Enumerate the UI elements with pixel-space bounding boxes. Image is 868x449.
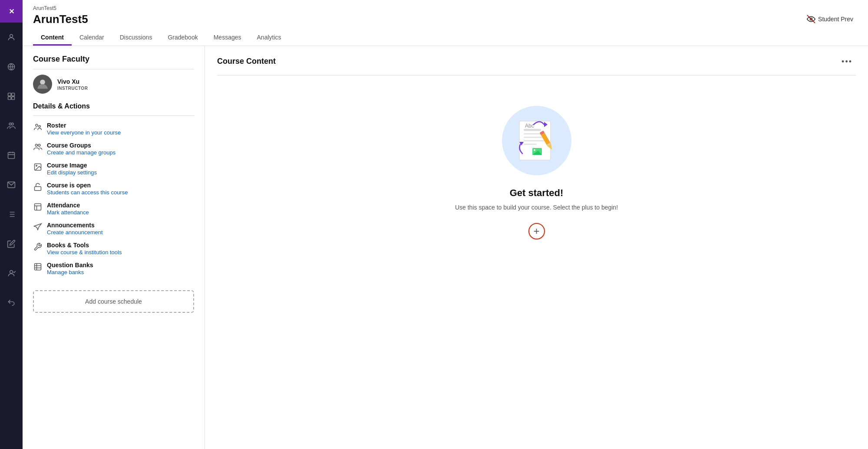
content-header: Course Content •••	[217, 55, 856, 68]
svg-point-16	[38, 144, 40, 146]
attendance-link[interactable]: Mark attendance	[47, 209, 89, 216]
grid-icon[interactable]	[3, 88, 19, 104]
tab-content[interactable]: Content	[33, 30, 72, 46]
action-attendance: Attendance Mark attendance	[33, 202, 194, 216]
empty-state-description: Use this space to build your course. Sel…	[455, 204, 618, 211]
question-banks-title: Question Banks	[47, 262, 93, 269]
globe-icon[interactable]	[3, 59, 19, 75]
svg-rect-23	[524, 129, 541, 131]
details-section-title: Details & Actions	[33, 102, 194, 110]
question-banks-icon	[33, 262, 43, 272]
course-image-text: Course Image Edit display settings	[47, 162, 97, 176]
attendance-text: Attendance Mark attendance	[47, 202, 89, 216]
student-preview-button[interactable]: Student Prev	[802, 12, 858, 26]
svg-rect-25	[524, 137, 543, 138]
action-question-banks: Question Banks Manage banks	[33, 262, 194, 275]
books-tools-title: Books & Tools	[47, 242, 122, 249]
action-roster: Roster View everyone in your course	[33, 122, 194, 136]
roster-text: Roster View everyone in your course	[47, 122, 121, 136]
action-books-tools: Books & Tools View course & institution …	[33, 242, 194, 256]
content-title: Course Content	[217, 57, 276, 66]
course-image-icon	[33, 162, 43, 172]
calendar-icon[interactable]	[3, 147, 19, 163]
svg-rect-21	[35, 264, 41, 270]
action-announcements: Announcements Create announcement	[33, 222, 194, 236]
return-icon[interactable]	[3, 295, 19, 311]
course-groups-icon	[33, 142, 43, 152]
faculty-info: Vivo Xu INSTRUCTOR	[57, 78, 88, 91]
tab-messages[interactable]: Messages	[206, 30, 249, 46]
svg-rect-27	[524, 144, 537, 145]
close-nav-button[interactable]: ✕	[0, 0, 23, 23]
roster-icon	[33, 122, 43, 132]
more-options-button[interactable]: •••	[838, 55, 856, 68]
tab-calendar[interactable]: Calendar	[72, 30, 112, 46]
course-title: ArunTest5	[33, 13, 88, 26]
person-icon[interactable]	[3, 265, 19, 281]
svg-rect-5	[12, 97, 15, 100]
body-split: Course Faculty Vivo Xu INSTRUCTOR Detail…	[23, 46, 868, 449]
action-course-groups: Course Groups Create and manage groups	[33, 142, 194, 156]
roster-link[interactable]: View everyone in your course	[47, 129, 121, 136]
course-groups-title: Course Groups	[47, 142, 116, 149]
svg-rect-3	[12, 93, 15, 96]
svg-rect-8	[8, 152, 15, 158]
student-preview-label: Student Prev	[818, 16, 853, 23]
announcements-link[interactable]: Create announcement	[47, 229, 103, 236]
avatar	[33, 75, 52, 94]
list-icon[interactable]	[3, 206, 19, 222]
books-tools-text: Books & Tools View course & institution …	[47, 242, 122, 256]
user-icon[interactable]	[3, 29, 19, 45]
course-open-text: Course is open Students can access this …	[47, 182, 128, 196]
add-course-schedule-button[interactable]: Add course schedule	[33, 290, 194, 313]
svg-point-7	[11, 123, 13, 125]
svg-text:Abc: Abc	[525, 123, 534, 129]
add-content-button[interactable]: +	[528, 223, 545, 239]
question-banks-link[interactable]: Manage banks	[47, 269, 93, 275]
left-navigation: ✕	[0, 0, 23, 449]
empty-state-heading: Get started!	[510, 187, 563, 199]
right-panel: Course Content •••	[205, 46, 868, 449]
course-groups-text: Course Groups Create and manage groups	[47, 142, 116, 156]
mail-icon[interactable]	[3, 177, 19, 193]
books-tools-icon	[33, 242, 43, 252]
left-panel: Course Faculty Vivo Xu INSTRUCTOR Detail…	[23, 46, 205, 449]
svg-point-12	[40, 80, 45, 85]
course-open-title: Course is open	[47, 182, 128, 189]
course-image-link[interactable]: Edit display settings	[47, 169, 97, 176]
course-open-link[interactable]: Students can access this course	[47, 189, 128, 196]
action-course-open: Course is open Students can access this …	[33, 182, 194, 196]
course-image-title: Course Image	[47, 162, 97, 169]
svg-rect-20	[35, 204, 41, 210]
tab-discussions[interactable]: Discussions	[112, 30, 160, 46]
course-groups-link[interactable]: Create and manage groups	[47, 149, 116, 156]
tab-gradebook[interactable]: Gradebook	[160, 30, 205, 46]
course-illustration: Abc	[502, 106, 571, 175]
details-section: Details & Actions Roster View everyone i…	[33, 102, 194, 275]
action-course-image: Course Image Edit display settings	[33, 162, 194, 176]
header-right: Student Prev	[802, 12, 858, 30]
question-banks-text: Question Banks Manage banks	[47, 262, 93, 275]
add-content-icon: +	[533, 226, 539, 236]
svg-point-36	[534, 149, 535, 151]
preview-icon	[807, 15, 815, 23]
tab-analytics[interactable]: Analytics	[249, 30, 289, 46]
books-tools-link[interactable]: View course & institution tools	[47, 249, 122, 256]
announcements-text: Announcements Create announcement	[47, 222, 103, 236]
svg-rect-26	[524, 140, 545, 141]
details-divider	[33, 115, 194, 116]
svg-rect-2	[8, 93, 11, 96]
edit-icon[interactable]	[3, 236, 19, 252]
faculty-name: Vivo Xu	[57, 78, 88, 85]
main-area: ArunTest5 ArunTest5 Student Prev Content…	[23, 0, 868, 449]
attendance-title: Attendance	[47, 202, 89, 209]
roster-title: Roster	[47, 122, 121, 129]
faculty-badge: INSTRUCTOR	[57, 86, 88, 91]
svg-rect-4	[8, 97, 11, 100]
faculty-divider	[33, 69, 194, 69]
course-header: ArunTest5 ArunTest5 Student Prev Content…	[23, 0, 868, 46]
close-icon: ✕	[9, 7, 14, 16]
people-icon[interactable]	[3, 118, 19, 134]
course-open-icon	[33, 182, 43, 192]
empty-state: Abc	[217, 88, 856, 257]
